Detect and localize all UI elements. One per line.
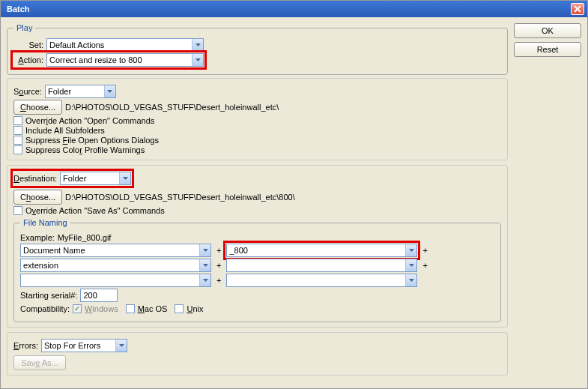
compat-label: Compatibility: xyxy=(20,304,70,313)
field2-highlight: _800 xyxy=(223,241,420,260)
source-select[interactable]: Folder xyxy=(45,85,116,98)
compat-unix-checkbox[interactable]: Unix xyxy=(175,304,203,313)
chevron-down-icon xyxy=(199,244,210,256)
plus-separator: + xyxy=(214,246,223,255)
include-subfolders-checkbox[interactable]: Include All Subfolders xyxy=(13,126,501,135)
checkbox-icon xyxy=(73,304,82,313)
file-naming-group: File Naming Example: MyFile_800.gif Docu… xyxy=(13,218,501,322)
source-path: D:\PHOTOS\OLD_VEGAS_STUFF\Desert_holeinw… xyxy=(65,103,279,112)
source-choose-button[interactable]: Choose... xyxy=(13,100,62,115)
chevron-down-icon xyxy=(405,274,416,286)
errors-section: Errors: Stop For Errors Save As... xyxy=(7,332,508,376)
destination-label: Destination: xyxy=(13,174,57,183)
action-label: Action: xyxy=(13,55,43,64)
chevron-down-icon xyxy=(199,259,210,271)
destination-section: Destination: Folder Choose... D:\PHOTOS\… xyxy=(7,165,508,328)
checkbox-icon xyxy=(13,206,22,215)
chevron-down-icon xyxy=(192,39,203,51)
chevron-down-icon xyxy=(115,340,127,352)
close-icon xyxy=(574,5,581,13)
compat-mac-checkbox[interactable]: Mac OS xyxy=(126,304,168,313)
suppress-color-checkbox[interactable]: Suppress Color Profile Warnings xyxy=(13,145,501,154)
window-title: Batch xyxy=(4,4,30,13)
chevron-down-icon xyxy=(405,244,416,256)
chevron-down-icon xyxy=(119,172,130,184)
destination-select[interactable]: Folder xyxy=(60,172,131,185)
destination-highlight: Destination: Folder xyxy=(10,169,134,188)
filename-field-2[interactable]: _800 xyxy=(226,244,417,257)
checkbox-icon xyxy=(126,304,135,313)
filename-field-6[interactable] xyxy=(226,274,417,287)
source-label: Source: xyxy=(13,87,42,96)
play-group: Play Set: Default Actions Action: Correc… xyxy=(7,23,508,75)
errors-save-button: Save As... xyxy=(13,355,66,370)
serial-label: Starting serial#: xyxy=(20,291,77,300)
set-label: Set: xyxy=(13,40,43,49)
filename-field-3[interactable]: extension xyxy=(20,259,211,272)
override-open-checkbox[interactable]: Override Action "Open" Commands xyxy=(13,116,501,125)
chevron-down-icon xyxy=(199,274,210,286)
checkbox-icon xyxy=(175,304,184,313)
plus-separator: + xyxy=(420,261,429,270)
compat-windows-checkbox: Windows xyxy=(73,304,118,313)
batch-dialog: Batch Play Set: Default Actions Action: xyxy=(0,0,588,389)
file-naming-legend: File Naming xyxy=(20,218,70,227)
reset-button[interactable]: Reset xyxy=(514,42,581,57)
filename-field-5[interactable] xyxy=(20,274,211,287)
titlebar: Batch xyxy=(1,1,587,17)
play-legend: Play xyxy=(13,23,35,32)
checkbox-icon xyxy=(13,116,22,125)
destination-path: D:\PHOTOS\OLD_VEGAS_STUFF\Desert_holeinw… xyxy=(65,193,295,202)
example-value: MyFile_800.gif xyxy=(58,233,112,242)
chevron-down-icon xyxy=(104,85,115,97)
filename-field-1[interactable]: Document Name xyxy=(20,244,211,257)
errors-select[interactable]: Stop For Errors xyxy=(41,339,127,352)
checkbox-icon xyxy=(13,145,22,154)
errors-label: Errors: xyxy=(13,341,38,350)
destination-choose-button[interactable]: Choose... xyxy=(13,190,62,205)
chevron-down-icon xyxy=(192,54,203,66)
ok-button[interactable]: OK xyxy=(514,23,581,38)
checkbox-icon xyxy=(13,126,22,135)
example-label: Example: xyxy=(20,233,55,242)
checkbox-icon xyxy=(13,136,22,145)
filename-field-4[interactable] xyxy=(226,259,417,272)
chevron-down-icon xyxy=(405,259,416,271)
plus-separator: + xyxy=(214,261,223,270)
action-select[interactable]: Correct and resize to 800 xyxy=(46,53,204,67)
close-button[interactable] xyxy=(571,3,584,15)
suppress-file-checkbox[interactable]: Suppress File Open Options Dialogs xyxy=(13,136,501,145)
source-section: Source: Folder Choose... D:\PHOTOS\OLD_V… xyxy=(7,78,508,160)
plus-separator: + xyxy=(420,246,429,255)
serial-input[interactable] xyxy=(80,289,118,302)
action-highlight: Action: Correct and resize to 800 xyxy=(10,50,207,70)
override-saveas-checkbox[interactable]: Override Action "Save As" Commands xyxy=(13,206,501,215)
plus-separator: + xyxy=(214,276,223,285)
